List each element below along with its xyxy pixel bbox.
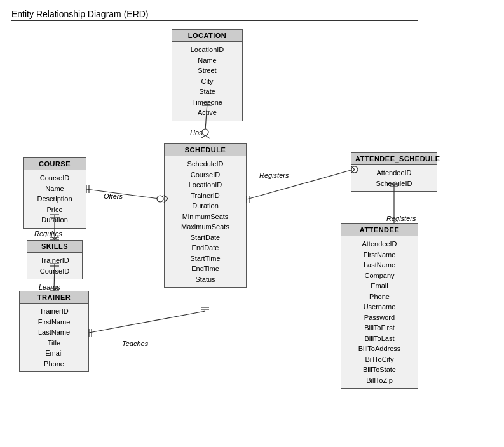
entity-skills-header: SKILLS [27, 241, 82, 253]
svg-line-26 [89, 311, 205, 333]
page-title: Entity Relationship Diagram (ERD) [11, 9, 149, 19]
entity-location-header: LOCATION [172, 30, 242, 42]
entity-course-header: COURSE [24, 158, 86, 170]
entity-attendee-header: ATTENDEE [341, 224, 418, 236]
entity-attendee-schedule-body: AttendeeIDScheduleID [351, 165, 437, 191]
entity-schedule: SCHEDULE ScheduleIDCourseIDLocationIDTra… [164, 143, 247, 288]
rel-registers-2: Registers [386, 215, 416, 222]
rel-teaches: Teaches [122, 340, 148, 347]
entity-attendee-body: AttendeeIDFirstNameLastNameCompanyEmailP… [341, 236, 418, 388]
entity-trainer-header: TRAINER [20, 291, 88, 304]
entity-schedule-body: ScheduleIDCourseIDLocationIDTrainerIDDur… [165, 156, 246, 287]
entity-trainer: TRAINER TrainerIDFirstNameLastNameTitleE… [19, 291, 89, 372]
entity-attendee-schedule-header: ATTENDEE_SCHEDULE [351, 153, 437, 165]
entity-location: LOCATION LocationIDNameStreetCityStateTi… [172, 29, 243, 121]
rel-requires: Requires [34, 230, 62, 237]
entity-location-body: LocationIDNameStreetCityStateTimezoneAct… [172, 42, 242, 121]
svg-point-9 [157, 196, 163, 202]
entity-schedule-header: SCHEDULE [165, 144, 246, 156]
svg-line-6 [86, 189, 164, 199]
title-underline [11, 20, 418, 21]
entity-attendee: ATTENDEE AttendeeIDFirstNameLastNameComp… [341, 223, 418, 389]
entity-attendee-schedule: ATTENDEE_SCHEDULE AttendeeIDScheduleID [351, 152, 437, 192]
entity-course: COURSE CourseIDNameDescriptionPriceDurat… [23, 157, 86, 229]
rel-hosts: Hosts [190, 129, 208, 137]
rel-offers: Offers [104, 192, 123, 200]
rel-learns: Learns [39, 283, 60, 291]
entity-skills-body: TrainerIDCourseID [27, 253, 82, 279]
entity-trainer-body: TrainerIDFirstNameLastNameTitleEmailPhon… [20, 304, 88, 371]
entity-course-body: CourseIDNameDescriptionPriceDuration [24, 170, 86, 228]
rel-registers-1: Registers [259, 171, 289, 179]
entity-skills: SKILLS TrainerIDCourseID [27, 240, 83, 279]
